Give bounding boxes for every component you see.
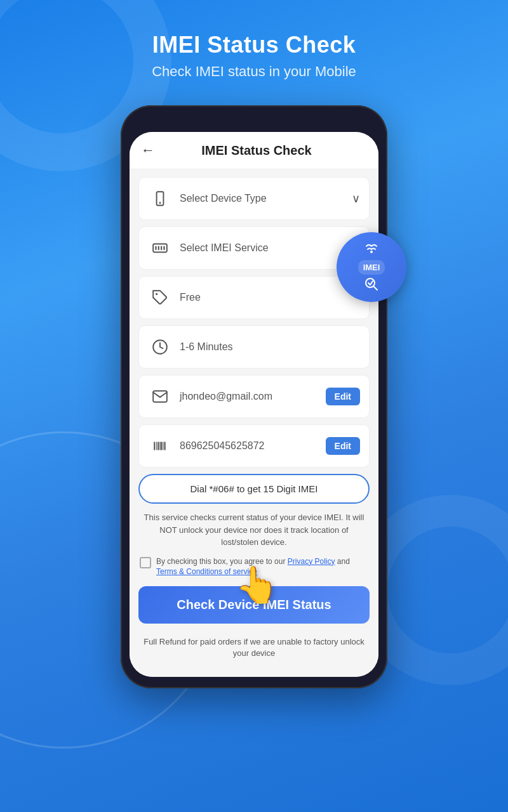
- email-icon: [148, 384, 172, 409]
- imei-service-row[interactable]: Select IMEI Service ∨: [138, 226, 370, 270]
- email-row: jhondeo@gmail.com Edit: [138, 375, 370, 418]
- price-row: Free: [138, 276, 370, 319]
- time-label: 1-6 Minutes: [180, 341, 360, 353]
- back-button[interactable]: ←: [141, 142, 155, 159]
- email-edit-button[interactable]: Edit: [326, 388, 360, 405]
- page-header: IMEI Status Check Check IMEI status in y…: [152, 0, 356, 93]
- price-icon: [148, 285, 172, 310]
- price-label: Free: [180, 292, 360, 303]
- email-value: jhondeo@gmail.com: [180, 391, 326, 402]
- time-row: 1-6 Minutes: [138, 325, 370, 369]
- time-icon: [148, 335, 172, 359]
- imei-value: 869625045625872: [180, 440, 326, 452]
- page-title: IMEI Status Check: [152, 32, 356, 58]
- imei-badge: IMEI: [337, 232, 406, 302]
- device-type-dropdown-icon[interactable]: ∨: [352, 192, 360, 206]
- phone-notch: [216, 117, 292, 129]
- info-text: This service checks current status of yo…: [138, 511, 370, 549]
- phone-mockup: ← IMEI Status Check Select Device Type ∨: [121, 105, 387, 688]
- imei-row: 869625045625872 Edit: [138, 424, 370, 468]
- device-type-label: Select Device Type: [180, 193, 352, 204]
- device-type-icon: [148, 187, 172, 211]
- refund-text: Full Refund for paid orders if we are un…: [138, 630, 370, 669]
- imei-service-label: Select IMEI Service: [180, 242, 352, 254]
- dial-button[interactable]: Dial *#06# to get 15 Digit IMEI: [138, 474, 370, 504]
- imei-badge-label: IMEI: [358, 260, 385, 275]
- hand-cursor-icon: 👆: [235, 564, 279, 606]
- page-subtitle: Check IMEI status in your Mobile: [152, 63, 356, 80]
- svg-line-18: [373, 286, 377, 290]
- imei-service-icon: [148, 236, 172, 260]
- app-bar-title: IMEI Status Check: [165, 143, 348, 158]
- terms-checkbox[interactable]: [140, 557, 151, 568]
- app-bar: ← IMEI Status Check: [130, 132, 378, 169]
- svg-point-16: [370, 251, 373, 253]
- imei-edit-button[interactable]: Edit: [326, 437, 360, 455]
- device-type-row[interactable]: Select Device Type ∨: [138, 177, 370, 220]
- barcode-icon: [148, 434, 172, 458]
- privacy-policy-link[interactable]: Privacy Policy: [288, 557, 335, 566]
